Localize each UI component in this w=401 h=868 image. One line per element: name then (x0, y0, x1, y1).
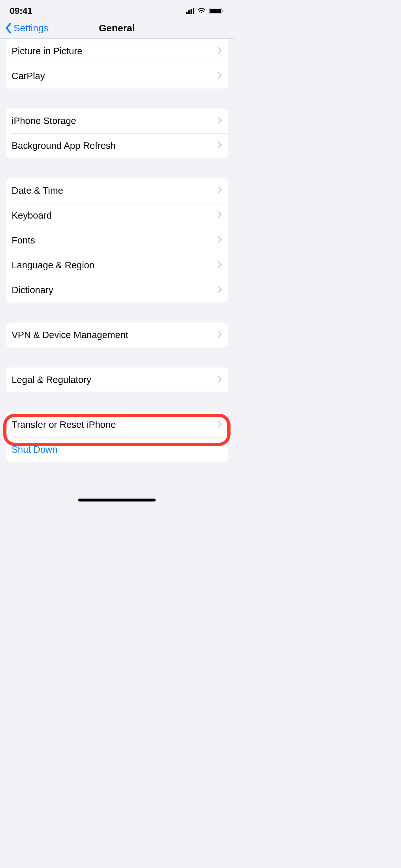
status-icons (186, 7, 224, 14)
row-background-app-refresh[interactable]: Background App Refresh (6, 133, 228, 158)
chevron-right-icon (218, 375, 222, 385)
row-label: Legal & Regulatory (11, 375, 91, 385)
settings-section: Transfer or Reset iPhone Shut Down (6, 412, 228, 462)
status-bar: 09:41 (0, 0, 234, 18)
row-label: Fonts (11, 235, 35, 246)
row-date-time[interactable]: Date & Time (6, 178, 228, 203)
status-time: 09:41 (10, 6, 32, 16)
row-label: Date & Time (11, 185, 63, 196)
row-carplay[interactable]: CarPlay (6, 64, 228, 89)
row-dictionary[interactable]: Dictionary (6, 278, 228, 303)
row-iphone-storage[interactable]: iPhone Storage (6, 108, 228, 133)
row-shut-down[interactable]: Shut Down (6, 437, 228, 462)
row-label: Dictionary (11, 285, 53, 296)
chevron-right-icon (218, 236, 222, 245)
row-keyboard[interactable]: Keyboard (6, 203, 228, 228)
row-label: Language & Region (11, 260, 94, 271)
back-label: Settings (13, 23, 49, 34)
battery-icon (209, 7, 224, 14)
back-button[interactable]: Settings (5, 23, 49, 34)
settings-section: VPN & Device Management (6, 322, 228, 347)
row-label: Picture in Picture (11, 46, 82, 57)
chevron-right-icon (218, 285, 222, 295)
settings-section: Legal & Regulatory (6, 368, 228, 392)
chevron-right-icon (218, 71, 222, 81)
settings-section: iPhone Storage Background App Refresh (6, 108, 228, 158)
content-scroll[interactable]: Picture in Picture CarPlay iPhone Storag… (0, 39, 234, 462)
chevron-right-icon (218, 141, 222, 151)
row-label: Shut Down (11, 444, 58, 455)
settings-section: Date & Time Keyboard Fonts Language & Re… (6, 178, 228, 303)
row-legal-regulatory[interactable]: Legal & Regulatory (6, 368, 228, 392)
home-indicator[interactable] (78, 499, 156, 501)
row-picture-in-picture[interactable]: Picture in Picture (6, 39, 228, 64)
wifi-icon (197, 7, 206, 14)
cellular-signal-icon (186, 8, 194, 14)
svg-rect-1 (210, 9, 221, 13)
chevron-left-icon (5, 23, 11, 34)
chevron-right-icon (218, 260, 222, 270)
chevron-right-icon (218, 46, 222, 56)
row-vpn-device-management[interactable]: VPN & Device Management (6, 322, 228, 347)
chevron-right-icon (218, 116, 222, 126)
settings-section: Picture in Picture CarPlay (6, 39, 228, 89)
row-label: VPN & Device Management (11, 330, 128, 340)
row-transfer-or-reset-iphone[interactable]: Transfer or Reset iPhone (6, 412, 228, 437)
svg-rect-2 (222, 10, 223, 12)
row-label: Keyboard (11, 210, 52, 221)
page-title: General (99, 23, 135, 34)
row-label: Background App Refresh (11, 141, 116, 151)
row-label: iPhone Storage (11, 116, 76, 126)
row-label: Transfer or Reset iPhone (11, 420, 116, 430)
chevron-right-icon (218, 211, 222, 221)
chevron-right-icon (218, 420, 222, 430)
row-fonts[interactable]: Fonts (6, 228, 228, 253)
row-label: CarPlay (11, 71, 45, 82)
chevron-right-icon (218, 330, 222, 340)
chevron-right-icon (218, 186, 222, 196)
navigation-bar: Settings General (0, 18, 234, 39)
row-language-region[interactable]: Language & Region (6, 253, 228, 278)
